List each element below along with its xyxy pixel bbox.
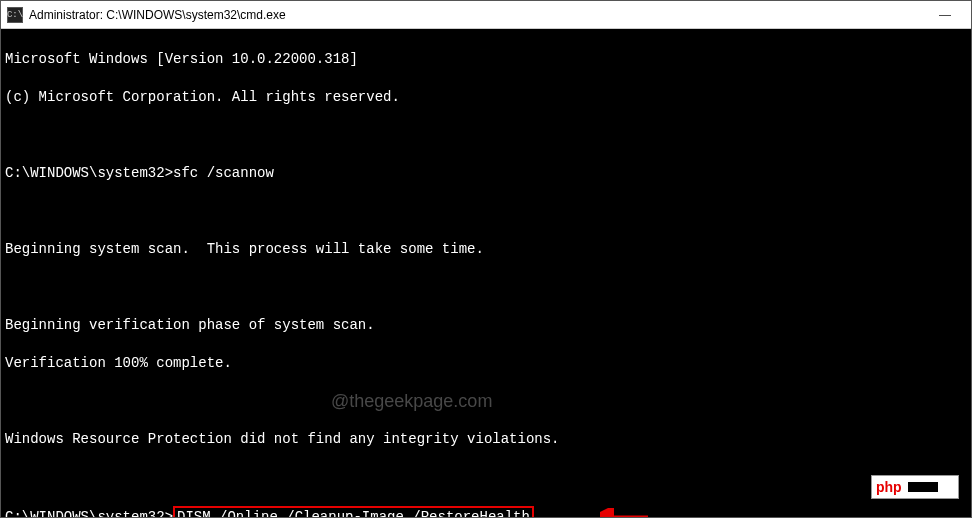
window-controls: — — [925, 8, 965, 22]
output-line: Windows Resource Protection did not find… — [5, 430, 967, 449]
terminal-output[interactable]: Microsoft Windows [Version 10.0.22000.31… — [1, 29, 971, 518]
output-line — [5, 278, 967, 297]
minimize-button[interactable]: — — [925, 8, 965, 22]
prompt-path: C:\WINDOWS\system32> — [5, 165, 173, 181]
php-badge: php — [871, 475, 959, 499]
arrow-annotation-icon — [600, 508, 650, 518]
highlighted-command: DISM /Online /Cleanup-Image /RestoreHeal… — [173, 506, 534, 518]
badge-label: php — [876, 479, 902, 495]
cmd-icon: C:\ — [7, 7, 23, 23]
output-line: (c) Microsoft Corporation. All rights re… — [5, 88, 967, 107]
window-title: Administrator: C:\WINDOWS\system32\cmd.e… — [29, 8, 925, 22]
output-line: Beginning system scan. This process will… — [5, 240, 967, 259]
prompt-path: C:\WINDOWS\system32> — [5, 509, 173, 518]
prompt-line: C:\WINDOWS\system32>sfc /scannow — [5, 164, 967, 183]
output-line — [5, 468, 967, 487]
output-line — [5, 126, 967, 145]
output-line: Verification 100% complete. — [5, 354, 967, 373]
output-line — [5, 202, 967, 221]
badge-decoration — [908, 482, 938, 492]
window-titlebar: C:\ Administrator: C:\WINDOWS\system32\c… — [1, 1, 971, 29]
output-line: Microsoft Windows [Version 10.0.22000.31… — [5, 50, 967, 69]
highlighted-prompt-line: C:\WINDOWS\system32>DISM /Online /Cleanu… — [5, 506, 967, 518]
command-text: sfc /scannow — [173, 165, 274, 181]
output-line: Beginning verification phase of system s… — [5, 316, 967, 335]
output-line — [5, 392, 967, 411]
